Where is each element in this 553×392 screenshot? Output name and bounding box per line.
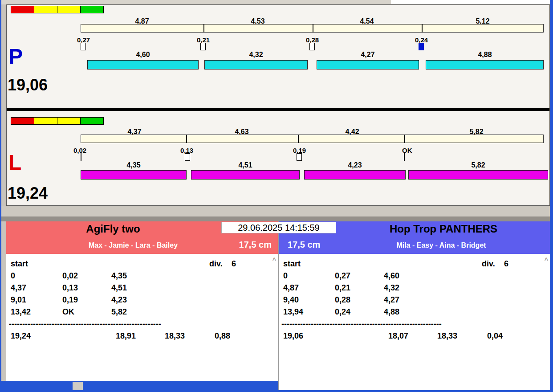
- window-border-right: [550, 0, 553, 392]
- result-row: 9,40 0,28 4,27: [279, 295, 550, 306]
- team-members: Max - Jamie - Lara - Bailey: [6, 241, 260, 249]
- split-timeline-bar-p: [81, 24, 544, 33]
- totals-row: 19,24 18,91 18,33 0,88: [6, 331, 278, 342]
- results-table-left: ^ start div. 6 0 0,02 4,35 4,37 0,13 4,5…: [6, 254, 278, 381]
- totals-value: 0,04: [487, 331, 503, 341]
- dog-split-time: 4,23: [348, 161, 362, 169]
- change-time: OK: [62, 307, 74, 317]
- result-row: 4,37 0,13 4,51: [6, 283, 278, 294]
- lane-letter: P: [8, 46, 23, 67]
- team-name: Hop Trop PANTHERS: [337, 223, 550, 235]
- result-row: 0 0,02 4,35: [6, 271, 278, 282]
- split-time: 4,23: [111, 295, 127, 305]
- split-time: 4,60: [384, 271, 399, 281]
- totals-value: 18,07: [388, 331, 408, 341]
- lane-total-time: 19,06: [8, 77, 48, 93]
- result-row: 13,94 0,24 4,88: [279, 307, 550, 318]
- segment-divider: [422, 24, 423, 33]
- change-time: 0,21: [335, 283, 350, 293]
- segment-time-bar: [81, 170, 187, 180]
- cumulative-time: 9,40: [283, 295, 299, 305]
- segment-time-bar: [317, 60, 419, 69]
- segment-divider: [203, 24, 204, 33]
- dog-split-time: 4,60: [136, 51, 150, 59]
- cumulative-time: 13,42: [11, 307, 31, 317]
- lane-divider: [7, 108, 549, 111]
- start-label: start: [283, 259, 301, 269]
- traffic-light-indicator-l: [11, 117, 104, 125]
- change-marker-tick: [81, 153, 81, 161]
- top-window-sliver: [0, 0, 553, 4]
- traffic-light-red: [11, 117, 34, 125]
- split-time: 4,32: [384, 283, 399, 293]
- traffic-light-yellow-2: [57, 6, 81, 13]
- segment-divider: [313, 24, 313, 33]
- traffic-light-yellow-2: [57, 117, 81, 125]
- cumulative-time: 4,87: [283, 283, 299, 293]
- table-header-row: start div. 6: [6, 259, 278, 270]
- result-row: 4,87 0,21 4,32: [279, 283, 550, 294]
- change-time: 0,28: [335, 295, 350, 305]
- cumulative-time: 0: [283, 271, 288, 281]
- change-marker-box: [200, 43, 206, 50]
- datetime-display: 29.06.2025 14:15:59: [221, 222, 336, 233]
- results-table-right: ^ start div. 6 0 0,27 4,60 4,87 0,21 4,3…: [279, 254, 550, 390]
- taskbar-button[interactable]: [73, 382, 83, 390]
- timing-window: 4,87 4,53 4,54 5,12 0,27 0,21 0,28 0,24 …: [0, 0, 553, 392]
- team-name: AgiFly two: [6, 223, 220, 235]
- split-time: 4,35: [111, 271, 127, 281]
- dog-split-time: 4,35: [126, 161, 140, 169]
- dog-split-time: 4,27: [361, 51, 374, 59]
- total-time: 19,24: [11, 331, 31, 341]
- segment-time-bar: [304, 170, 406, 180]
- traffic-light-yellow-1: [34, 117, 57, 125]
- window-border-left: [0, 0, 1, 392]
- result-row: 13,42 OK 5,82: [6, 307, 278, 318]
- cumulative-time: 0: [11, 271, 15, 281]
- split-time: 4,88: [384, 307, 399, 317]
- split-time: 4,51: [111, 283, 127, 293]
- segment-divider: [404, 135, 405, 143]
- change-time: 0,24: [335, 307, 350, 317]
- change-marker-tick: [404, 153, 405, 161]
- jump-height: 17,5 cm: [239, 240, 272, 250]
- dog-split-time: 4,51: [238, 161, 252, 169]
- team-panel-right: Hop Trop PANTHERS Mila - Easy - Aina - B…: [278, 221, 550, 390]
- lane-total-time: 19,24: [8, 185, 48, 201]
- totals-value: 18,33: [165, 331, 185, 341]
- dog-split-time: 5,82: [471, 161, 485, 169]
- totals-value: 18,91: [116, 331, 136, 341]
- segment-time-bar: [204, 60, 308, 69]
- division-value: 6: [504, 259, 508, 269]
- segment-divider: [298, 135, 299, 143]
- segment-time-bar: [191, 170, 300, 180]
- separator-line: ----------------------------------------…: [281, 319, 550, 330]
- change-time: 0,27: [335, 271, 350, 281]
- division-label: div.: [482, 259, 495, 269]
- team-panel-left: AgiFly two Max - Jamie - Lara - Bailey 1…: [6, 221, 278, 381]
- change-marker-box: [297, 153, 302, 161]
- traffic-light-indicator-p: [11, 6, 104, 13]
- total-time: 19,06: [283, 331, 303, 341]
- change-time: 0,02: [62, 271, 78, 281]
- segment-time-bar: [408, 170, 548, 180]
- split-time: 5,82: [111, 307, 127, 317]
- cumulative-time: 4,37: [11, 283, 26, 293]
- totals-value: 18,33: [437, 331, 457, 341]
- separator-line: ----------------------------------------…: [9, 319, 278, 330]
- section-gap-band: [0, 216, 553, 221]
- change-marker-box: [309, 43, 315, 50]
- team-members: Mila - Easy - Aina - Bridget: [332, 241, 550, 249]
- traffic-light-green: [80, 117, 104, 125]
- result-row: 0 0,27 4,60: [279, 271, 550, 282]
- traffic-light-yellow-1: [34, 6, 57, 13]
- change-marker-box-filled: [419, 43, 424, 50]
- change-time: 0,13: [62, 283, 78, 293]
- division-value: 6: [232, 259, 236, 269]
- split-time: 4,27: [384, 295, 399, 305]
- table-header-row: start div. 6: [279, 259, 550, 270]
- jump-height: 17,5 cm: [288, 240, 320, 250]
- cumulative-time: 13,94: [283, 307, 303, 317]
- result-row: 9,01 0,19 4,23: [6, 295, 278, 306]
- totals-value: 0,88: [215, 331, 230, 341]
